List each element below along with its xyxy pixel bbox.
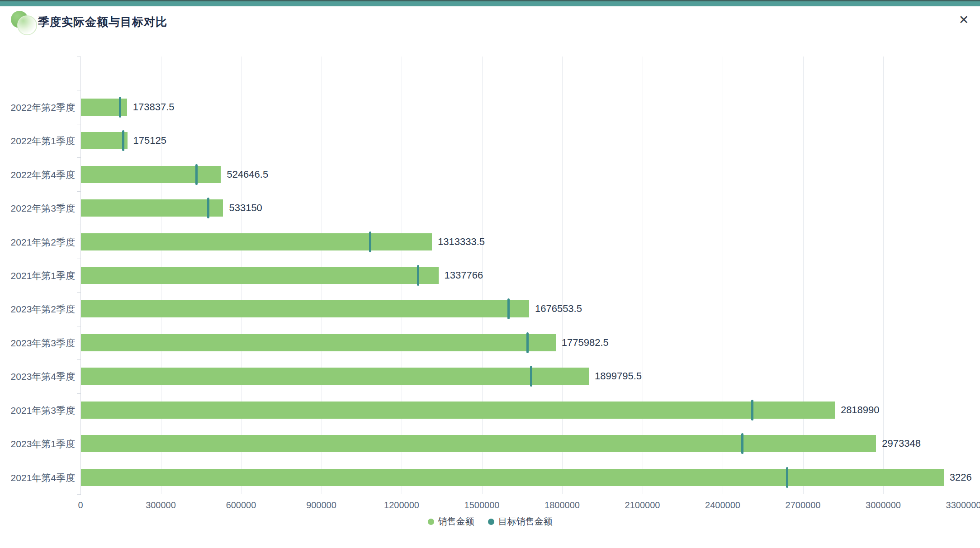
bar-value-label: 1775982.5	[562, 337, 609, 349]
category-label: 2023年第1季度	[0, 438, 75, 450]
target-marker[interactable]	[741, 433, 743, 454]
category-label: 2021年第3季度	[0, 404, 75, 417]
legend-label: 目标销售金额	[498, 515, 553, 528]
sales-bar[interactable]	[81, 435, 876, 452]
category-label: 2022年第1季度	[0, 135, 75, 147]
chart-legend: 销售金额目标销售金额	[0, 515, 980, 528]
target-marker[interactable]	[507, 298, 510, 319]
category-label: 2022年第3季度	[0, 202, 75, 215]
category-label: 2021年第1季度	[0, 269, 75, 282]
bar-chart-plot-area: 0300000600000900000120000015000001800000…	[0, 0, 980, 548]
y-axis-tick	[77, 393, 80, 394]
y-axis-tick	[77, 494, 80, 495]
target-marker[interactable]	[207, 198, 209, 218]
legend-item-sales[interactable]: 销售金额	[428, 515, 474, 528]
category-label: 2023年第2季度	[0, 303, 75, 316]
y-axis-tick	[77, 124, 80, 124]
sales-bar[interactable]	[81, 233, 432, 250]
y-axis-tick	[77, 225, 80, 225]
category-label: 2023年第3季度	[0, 337, 75, 350]
category-label: 2022年第2季度	[0, 101, 75, 114]
y-axis-tick	[77, 191, 80, 192]
bar-value-label: 2818990	[841, 404, 880, 416]
x-axis-tick-label: 3300000	[946, 500, 980, 510]
target-marker[interactable]	[526, 332, 529, 353]
y-axis-tick	[77, 157, 80, 158]
category-label: 2023年第4季度	[0, 370, 75, 383]
target-marker[interactable]	[119, 97, 121, 118]
x-axis-tick-label: 900000	[306, 500, 336, 510]
target-marker[interactable]	[195, 164, 198, 185]
sales-bar[interactable]	[81, 402, 835, 419]
sales-bar[interactable]	[81, 166, 221, 183]
x-gridline	[803, 57, 804, 494]
bar-value-label: 1899795.5	[595, 370, 642, 382]
sales-bar[interactable]	[81, 368, 589, 385]
x-axis-tick-label: 1800000	[544, 500, 580, 510]
target-marker[interactable]	[417, 265, 419, 286]
x-gridline	[883, 57, 884, 494]
bar-value-label: 1337766	[445, 269, 483, 281]
target-marker[interactable]	[122, 130, 124, 151]
sales-bar[interactable]	[81, 199, 223, 217]
y-axis-tick	[77, 427, 80, 427]
category-label: 2021年第2季度	[0, 236, 75, 249]
x-axis-tick-label: 2400000	[705, 500, 740, 510]
legend-dot-icon	[428, 519, 434, 525]
x-gridline	[723, 57, 723, 494]
y-axis-tick	[77, 292, 80, 293]
sales-bar[interactable]	[81, 334, 556, 351]
y-axis-tick	[77, 57, 80, 57]
x-gridline	[643, 57, 643, 494]
target-marker[interactable]	[530, 366, 532, 387]
sales-bar[interactable]	[81, 267, 439, 284]
x-gridline	[964, 57, 964, 494]
app-window: 季度实际金额与目标对比 ✕ 03000006000009000001200000…	[0, 0, 980, 548]
bar-value-label: 175125	[133, 135, 166, 146]
sales-bar[interactable]	[81, 132, 128, 149]
bar-value-label: 1676553.5	[535, 303, 582, 315]
bar-value-label: 524646.5	[227, 169, 268, 180]
category-label: 2021年第4季度	[0, 472, 75, 484]
bar-value-label: 1313333.5	[438, 236, 485, 248]
y-axis-tick	[77, 90, 80, 90]
bar-value-label: 173837.5	[133, 101, 175, 113]
x-axis-tick-label: 0	[78, 500, 83, 510]
bar-value-label: 2973348	[882, 438, 921, 449]
y-axis-tick	[77, 359, 80, 360]
target-marker[interactable]	[786, 467, 788, 488]
sales-bar[interactable]	[81, 469, 944, 486]
y-axis-tick	[77, 461, 80, 461]
x-gridline	[562, 57, 563, 494]
target-marker[interactable]	[751, 400, 753, 420]
sales-bar[interactable]	[81, 300, 529, 317]
x-axis-tick-label: 2700000	[786, 500, 821, 510]
target-marker[interactable]	[369, 231, 371, 252]
legend-item-target[interactable]: 目标销售金额	[488, 515, 553, 528]
y-axis-tick	[77, 259, 80, 259]
x-axis-tick-label: 300000	[146, 500, 176, 510]
x-axis-tick-label: 2100000	[625, 500, 660, 510]
x-axis-tick-label: 600000	[226, 500, 256, 510]
y-axis-tick	[77, 326, 80, 326]
bar-value-label: 533150	[229, 202, 262, 214]
legend-dot-icon	[488, 519, 494, 525]
legend-label: 销售金额	[438, 515, 474, 528]
category-label: 2022年第4季度	[0, 169, 75, 181]
x-axis-tick-label: 1500000	[464, 500, 500, 510]
x-axis-tick-label: 3000000	[866, 500, 901, 510]
bar-value-label: 3226	[950, 472, 972, 483]
x-axis-tick-label: 1200000	[384, 500, 419, 510]
